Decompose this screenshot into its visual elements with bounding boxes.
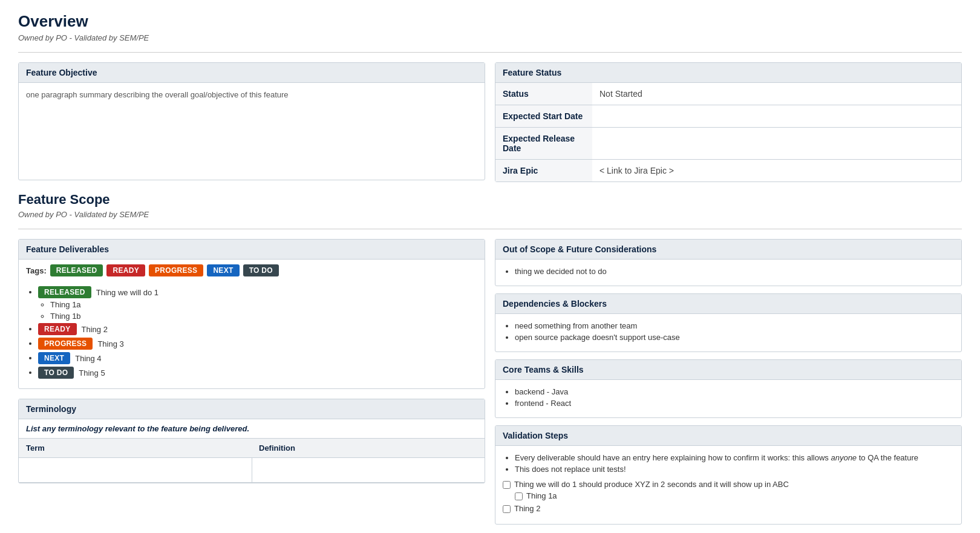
tag-progress: PROGRESS xyxy=(149,264,203,276)
validation-steps-header: Validation Steps xyxy=(495,426,961,446)
status-row: Status Not Started xyxy=(495,83,961,105)
tags-label: Tags: xyxy=(26,266,47,275)
feature-deliverables-header: Feature Deliverables xyxy=(19,240,485,260)
deliverable-tag: PROGRESS xyxy=(38,338,93,350)
validation-checkbox[interactable] xyxy=(503,481,511,489)
terminology-table: Term Definition xyxy=(19,438,485,483)
overview-section: Feature Objective one paragraph summary … xyxy=(18,62,962,182)
list-item: frontend - React xyxy=(515,399,954,408)
deliverable-text: Thing 4 xyxy=(75,354,101,363)
section-divider xyxy=(18,52,962,53)
term-cell xyxy=(19,458,252,483)
page-title: Overview xyxy=(18,12,962,31)
out-of-scope-header: Out of Scope & Future Considerations xyxy=(495,240,961,260)
scope-layout: Feature Deliverables Tags: RELEASED READ… xyxy=(18,239,962,532)
feature-objective-text: one paragraph summary describing the ove… xyxy=(26,90,477,99)
validation-checkbox-group: Thing 2 xyxy=(503,504,954,513)
list-item: thing we decided not to do xyxy=(515,267,954,276)
feature-scope-title: Feature Scope xyxy=(18,192,962,208)
status-row: Expected Release Date xyxy=(495,128,961,160)
deliverable-tag: READY xyxy=(38,323,77,335)
out-of-scope-body: thing we decided not to do xyxy=(495,260,961,286)
feature-objective-body: one paragraph summary describing the ove… xyxy=(19,83,485,180)
italic-anyone: anyone xyxy=(831,453,857,462)
definition-col-header: Definition xyxy=(252,439,485,458)
item-row: RELEASED Thing we will do 1 xyxy=(38,286,477,298)
feature-status-column: Feature Status Status Not Started Expect… xyxy=(495,62,962,182)
status-value xyxy=(592,105,961,128)
item-row: READY Thing 2 xyxy=(38,323,477,335)
feature-status-header: Feature Status xyxy=(495,63,961,83)
right-panel: Out of Scope & Future Considerations thi… xyxy=(495,239,962,532)
deliverable-item: READY Thing 2 xyxy=(38,323,477,335)
sub-list: Thing 1aThing 1b xyxy=(38,300,477,321)
feature-objective-card: Feature Objective one paragraph summary … xyxy=(18,62,485,180)
status-value xyxy=(592,128,961,160)
validation-intro-item: This does not replace unit tests! xyxy=(515,465,954,474)
validation-item: Thing we will do 1 should produce XYZ in… xyxy=(503,480,954,489)
term-col-header: Term xyxy=(19,439,252,458)
feature-deliverables-card: Feature Deliverables Tags: RELEASED READ… xyxy=(18,239,485,389)
deliverable-tag: TO DO xyxy=(38,367,74,379)
validation-sub-item: Thing 1a xyxy=(515,491,954,500)
item-row: TO DO Thing 5 xyxy=(38,367,477,379)
deliverables-list: RELEASED Thing we will do 1Thing 1aThing… xyxy=(19,281,485,388)
feature-status-table: Status Not Started Expected Start Date E… xyxy=(495,83,961,181)
feature-scope-subtitle: Owned by PO - Validated by SEM/PE xyxy=(18,210,962,219)
status-label: Jira Epic xyxy=(495,160,592,182)
terminology-italic: List any terminology relevant to the fea… xyxy=(19,419,485,438)
core-teams-card: Core Teams & Skills backend - Javafronte… xyxy=(495,359,962,418)
status-label: Expected Start Date xyxy=(495,105,592,128)
scope-divider xyxy=(18,229,962,229)
dependencies-card: Dependencies & Blockers need something f… xyxy=(495,293,962,352)
deliverable-text: Thing 2 xyxy=(82,325,108,334)
status-value: Not Started xyxy=(592,83,961,105)
item-row: PROGRESS Thing 3 xyxy=(38,338,477,350)
validation-checkbox[interactable] xyxy=(503,505,511,513)
deliverable-item: NEXT Thing 4 xyxy=(38,352,477,364)
tag-ready: READY xyxy=(106,264,145,276)
terminology-row xyxy=(19,458,485,483)
list-item: need something from another team xyxy=(515,321,954,330)
deliverable-text: Thing we will do 1 xyxy=(96,288,158,297)
tag-released: RELEASED xyxy=(50,264,103,276)
status-row: Expected Start Date xyxy=(495,105,961,128)
definition-cell xyxy=(252,458,485,483)
deliverable-tag: RELEASED xyxy=(38,286,91,298)
validation-intro-item: Every deliverable should have an entry h… xyxy=(515,453,954,462)
list-item: open source package doesn't support use-… xyxy=(515,333,954,342)
status-row: Jira Epic < Link to Jira Epic > xyxy=(495,160,961,182)
validation-item: Thing 2 xyxy=(503,504,954,513)
validation-steps-card: Validation Steps Every deliverable shoul… xyxy=(495,425,962,525)
item-row: NEXT Thing 4 xyxy=(38,352,477,364)
status-label: Status xyxy=(495,83,592,105)
feature-objective-column: Feature Objective one paragraph summary … xyxy=(18,62,485,182)
validation-sub-group: Thing 1a xyxy=(515,491,954,500)
page-subtitle: Owned by PO - Validated by SEM/PE xyxy=(18,33,962,42)
deliverable-item: RELEASED Thing we will do 1Thing 1aThing… xyxy=(38,286,477,321)
terminology-card: Terminology List any terminology relevan… xyxy=(18,399,485,483)
validation-text: Thing we will do 1 should produce XYZ in… xyxy=(514,480,789,489)
deliverable-text: Thing 5 xyxy=(79,368,105,378)
core-teams-header: Core Teams & Skills xyxy=(495,360,961,380)
core-teams-body: backend - Javafrontend - React xyxy=(495,380,961,417)
tag-todo: TO DO xyxy=(243,264,279,276)
validation-steps-body: Every deliverable should have an entry h… xyxy=(495,446,961,524)
deliverable-item: PROGRESS Thing 3 xyxy=(38,338,477,350)
dependencies-header: Dependencies & Blockers xyxy=(495,294,961,314)
sub-item: Thing 1b xyxy=(50,312,477,321)
sub-item: Thing 1a xyxy=(50,300,477,309)
tags-row: Tags: RELEASED READY PROGRESS NEXT TO DO xyxy=(19,260,485,281)
status-value: < Link to Jira Epic > xyxy=(592,160,961,182)
validation-sub-checkbox[interactable] xyxy=(515,492,523,500)
feature-status-card: Feature Status Status Not Started Expect… xyxy=(495,62,962,182)
list-item: backend - Java xyxy=(515,387,954,396)
terminology-header: Terminology xyxy=(19,399,485,419)
out-of-scope-card: Out of Scope & Future Considerations thi… xyxy=(495,239,962,286)
deliverable-tag: NEXT xyxy=(38,352,70,364)
validation-text: Thing 2 xyxy=(514,504,540,513)
deliverable-text: Thing 3 xyxy=(97,339,123,348)
feature-objective-header: Feature Objective xyxy=(19,63,485,83)
validation-checkbox-group: Thing we will do 1 should produce XYZ in… xyxy=(503,480,954,500)
deliverable-item: TO DO Thing 5 xyxy=(38,367,477,379)
